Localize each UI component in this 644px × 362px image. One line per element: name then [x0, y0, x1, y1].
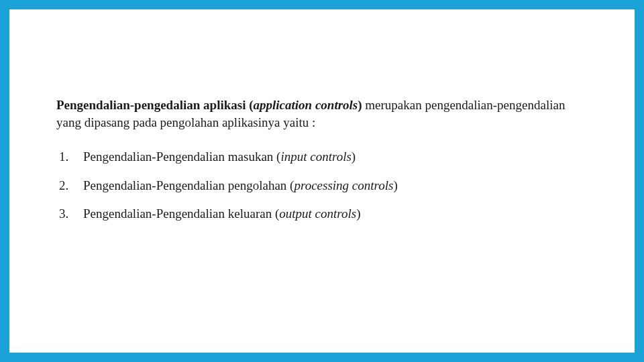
- intro-bold-suffix: ): [358, 98, 365, 112]
- item-text: Pengendalian-Pengendalian pengolahan (pr…: [83, 177, 398, 195]
- intro-paragraph: Pengendalian-pengedalian aplikasi (appli…: [56, 97, 588, 131]
- list-item: 3. Pengendalian-Pengendalian keluaran (o…: [59, 205, 588, 223]
- item-text-b: ): [393, 178, 397, 192]
- item-text: Pengendalian-Pengendalian masukan (input…: [83, 148, 356, 166]
- slide-content: Pengendalian-pengedalian aplikasi (appli…: [9, 9, 635, 353]
- item-text-a: Pengendalian-Pengendalian keluaran (: [83, 206, 279, 221]
- item-italic: input controls: [280, 149, 351, 164]
- item-italic: processing controls: [294, 178, 393, 192]
- numbered-list: 1. Pengendalian-Pengendalian masukan (in…: [56, 148, 588, 223]
- intro-bold-prefix: Pengendalian-pengedalian aplikasi (: [56, 98, 254, 112]
- item-text-a: Pengendalian-Pengendalian pengolahan (: [83, 178, 294, 192]
- item-text: Pengendalian-Pengendalian keluaran (outp…: [83, 205, 361, 223]
- item-number: 1.: [59, 148, 83, 166]
- item-number: 2.: [59, 177, 83, 195]
- intro-italic-term: application controls: [254, 98, 358, 112]
- item-number: 3.: [59, 205, 83, 223]
- list-item: 1. Pengendalian-Pengendalian masukan (in…: [59, 148, 588, 166]
- item-text-b: ): [352, 149, 356, 164]
- item-text-a: Pengendalian-Pengendalian masukan (: [83, 149, 280, 164]
- item-italic: output controls: [279, 206, 356, 221]
- list-item: 2. Pengendalian-Pengendalian pengolahan …: [59, 177, 588, 195]
- item-text-b: ): [356, 206, 360, 221]
